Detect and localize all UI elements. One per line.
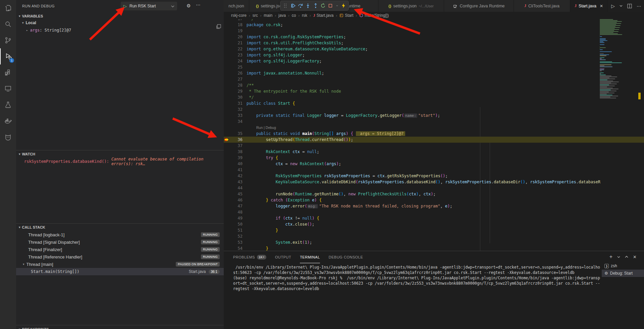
restart-icon[interactable] [320,2,326,9]
close-panel-icon[interactable]: ✕ [633,254,637,260]
breadcrumb-item[interactable]: co [292,13,296,18]
views-more-actions-icon[interactable]: ⋯ [196,2,201,7]
code-line-30[interactable]: 30 */ [224,94,644,100]
split-editor-icon[interactable] [627,4,632,8]
tab-start-java[interactable]: JStart.java✕ [570,0,608,12]
variables-scope-local[interactable]: ▾ Local [16,19,224,26]
tab-configure-java-runtime[interactable]: Configure Java Runtime [444,0,514,12]
breakpoints-section-header[interactable]: ▾ BREAKPOINTS [16,326,224,329]
code-line-52[interactable]: 52 [224,233,644,239]
code-line-27[interactable]: 27 [224,76,644,82]
code-line-39[interactable]: 39 try { [224,155,644,161]
tab-nch-json[interactable]: nch.json [224,0,249,12]
code-line-32[interactable]: 32 [224,106,644,112]
breadcrumb-item[interactable]: src [253,13,258,18]
new-terminal-icon[interactable]: + [609,254,612,260]
code-line-46[interactable]: 46 } catch (Exception e) { [224,197,644,203]
code-line-28[interactable]: 28/** [224,82,644,88]
activity-source-control-icon[interactable] [0,32,16,48]
watch-section-header[interactable]: ▾ WATCH [16,151,224,157]
code-line-24[interactable]: 24import org.slf4j.LoggerFactory; [224,58,644,64]
code-editor[interactable]: 17 */18package co.rsk;1920import co.rsk.… [224,19,644,251]
activity-explorer-icon[interactable] [0,0,16,16]
code-line-35[interactable]: 35 public static void main(String[] args… [224,131,644,137]
code-line-53[interactable]: 53 System.exit(1); [224,239,644,245]
code-line-37[interactable]: 37 [224,143,644,149]
stop-chevron-icon[interactable] [335,2,339,9]
code-line-18[interactable]: 18package co.rsk; [224,22,644,28]
breadcrumb-item[interactable]: JStart.java [313,13,334,18]
activity-misc-extension-icon[interactable] [0,129,16,145]
run-java-icon[interactable]: ▷ [611,3,615,9]
call-stack-thread-row[interactable]: Thread [Finalizer]RUNNING [16,246,224,253]
code-line-45[interactable]: 45 runNode(Runtime.getRuntime(), new Pre… [224,191,644,197]
editor-more-actions-icon[interactable]: ⋯ [637,3,641,9]
start-debugging-icon[interactable]: ▷ [123,4,127,9]
tab-clitoolstest-java[interactable]: JCliToolsTest.java [514,0,570,12]
debug-settings-gear-icon[interactable]: ⚙ [186,3,191,8]
breadcrumb-item[interactable]: Start [339,13,353,18]
call-stack-thread-row[interactable]: ▾Thread [main]PAUSED ON BREAKPOINT [16,261,224,268]
code-line-22[interactable]: 22import org.ethereum.datasource.KeyValu… [224,46,644,52]
activity-remote-explorer-icon[interactable] [0,81,16,97]
step-out-icon[interactable] [313,2,319,9]
hot-code-replace-icon[interactable] [340,2,346,9]
activity-run-and-debug-icon[interactable]: 1 [0,48,16,64]
code-line-33[interactable]: 33 private static final Logger logger = … [224,112,644,119]
call-stack-thread-row[interactable]: Thread [Reference Handler]RUNNING [16,253,224,261]
drag-grip-icon[interactable] [282,2,288,9]
code-line-40[interactable]: 40 ctx = new RskContext(args); [224,161,644,167]
code-line-42[interactable]: 42 RskSystemProperties rskSystemProperti… [224,173,644,179]
activity-docker-icon[interactable] [0,113,16,129]
close-icon[interactable]: ✕ [600,4,603,8]
code-line-26[interactable]: 26import javax.annotation.Nonnull; [224,70,644,76]
panel-tab-problems[interactable]: PROBLEMS1K+ [233,251,266,263]
run-config-label[interactable]: Run RSK Start [129,4,168,8]
call-stack-section-header[interactable]: ▾ CALL STACK [16,224,224,231]
activity-testing-icon[interactable] [0,97,16,113]
terminal-instance-debug-start[interactable]: ⚙Debug: Start [602,270,644,277]
terminal-instance-zsh[interactable]: ❯zsh [602,262,644,270]
call-stack-frame-row-selected[interactable]: Start.main(String[]) Start.java 36:1 [16,268,224,275]
code-line-43[interactable]: 43 KeyValueDataSource.validateDbKind(rsk… [224,179,644,185]
terminal-output[interactable]: /usr/bin/env /Library/Internet\ Plug-Ins… [233,265,602,291]
code-line-44[interactable]: 44 [224,185,644,191]
variable-args-row[interactable]: ▸ args: String[2]@7 [16,27,224,34]
activity-extensions-icon[interactable] [0,64,16,81]
tab-settings-json[interactable]: {}settings.json~/.../User [378,0,444,12]
terminal-dropdown-chevron-icon[interactable] [617,256,620,258]
call-stack-thread-row[interactable]: Thread [logback-1]RUNNING [16,231,224,238]
code-line-34[interactable]: 34 [224,119,644,125]
stop-icon[interactable] [327,2,333,9]
code-line-38[interactable]: 38 RskContext ctx = null; [224,149,644,155]
call-stack-thread-row[interactable]: Thread [Signal Dispatcher]RUNNING [16,238,224,246]
code-line-29[interactable]: 29 * The entrypoint for the RSK full nod… [224,88,644,94]
step-into-icon[interactable] [305,2,311,9]
code-line-17[interactable]: 17 */ [224,19,644,22]
chevron-down-icon[interactable] [171,3,174,9]
code-lens-run-debug[interactable]: Run | Debug [247,126,276,130]
code-line-21[interactable]: 21import co.rsk.util.PreflightChecksUtil… [224,40,644,46]
breadcrumb-item[interactable]: main [264,13,272,18]
code-line-47[interactable]: 47 logger.error(msg:"The RSK node main t… [224,203,644,209]
code-line-31[interactable]: 31public class Start { [224,100,644,106]
code-line-51[interactable]: 51 } [224,227,644,233]
editor-stack-icon[interactable] [216,24,221,30]
code-line-49[interactable]: 49 if (ctx != null) { [224,215,644,221]
code-line-36[interactable]: 36 setUpThread(Thread.currentThread()); [224,137,644,143]
panel-tab-debug-console[interactable]: DEBUG CONSOLE [329,251,363,263]
code-line-25[interactable]: 25 [224,64,644,70]
run-dropdown-chevron-icon[interactable] [620,5,623,7]
activity-search-icon[interactable] [0,16,16,32]
code-line-20[interactable]: 20import co.rsk.config.RskSystemProperti… [224,34,644,40]
code-line-19[interactable]: 19 [224,28,644,34]
maximize-panel-icon[interactable] [625,255,628,258]
panel-tab-output[interactable]: OUTPUT [275,251,291,263]
code-line-41[interactable]: 41 [224,167,644,173]
code-line-48[interactable]: 48 [224,209,644,215]
code-line-23[interactable]: 23import org.slf4j.Logger; [224,52,644,58]
breadcrumb-item[interactable]: java [278,13,286,18]
minimap[interactable] [600,19,625,251]
panel-tab-terminal[interactable]: TERMINAL [300,251,320,263]
continue-icon[interactable] [290,2,296,9]
